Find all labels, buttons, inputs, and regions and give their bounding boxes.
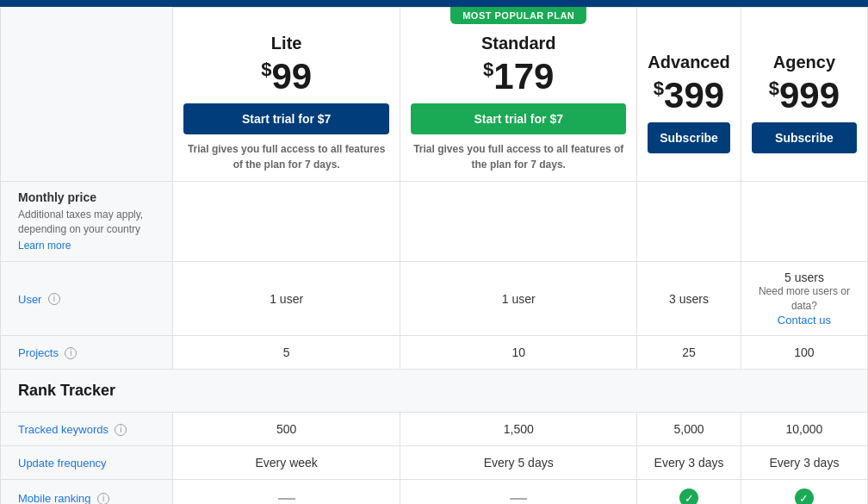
user-info-icon[interactable]: i xyxy=(48,293,60,305)
projects-info-icon[interactable]: i xyxy=(65,347,77,359)
agency-mobile-check: ✓ xyxy=(795,488,814,504)
agency-plan-name: Agency xyxy=(752,53,857,72)
advanced-plan-name: Advanced xyxy=(648,53,730,72)
standard-projects: 10 xyxy=(400,336,637,370)
top-bar xyxy=(0,0,868,7)
standard-plan-price: $179 xyxy=(411,57,626,96)
lite-projects: 5 xyxy=(173,336,400,370)
advanced-users: 3 users xyxy=(637,261,741,336)
standard-mobile-dash xyxy=(510,498,527,500)
agency-mobile-ranking: ✓ xyxy=(741,480,867,504)
advanced-update-frequency: Every 3 days xyxy=(637,446,741,480)
standard-cta-button[interactable]: Start trial for $7 xyxy=(411,103,626,134)
contact-us-link[interactable]: Contact us xyxy=(778,314,831,327)
agency-tracked-keywords: 10,000 xyxy=(741,413,867,446)
projects-label: Projects xyxy=(18,346,59,359)
advanced-tracked-keywords: 5,000 xyxy=(637,413,741,446)
advanced-plan-header: Advanced $399 Subscribe xyxy=(637,8,741,182)
lite-update-frequency: Every week xyxy=(173,446,400,480)
user-label-cell: User i xyxy=(1,261,173,336)
learn-more-link[interactable]: Learn more xyxy=(18,240,71,252)
sidebar-header xyxy=(1,8,173,182)
standard-plan-name: Standard xyxy=(411,34,626,53)
lite-trial-text: Trial gives you full access to all featu… xyxy=(183,141,389,172)
lite-mobile-ranking xyxy=(173,480,400,504)
projects-row: Projects i 5 10 25 100 xyxy=(1,336,868,370)
advanced-plan-price: $399 xyxy=(648,76,730,115)
tracked-keywords-label: Tracked keywords xyxy=(18,423,108,436)
update-frequency-label-cell: Update frequency xyxy=(1,446,173,480)
monthly-price-label: Monthly price xyxy=(18,190,162,204)
user-label: User xyxy=(18,293,41,306)
standard-users: 1 user xyxy=(400,261,637,336)
update-frequency-row: Update frequency Every week Every 5 days… xyxy=(1,446,868,480)
lite-plan-price: $99 xyxy=(183,57,389,96)
user-row: User i 1 user 1 user 3 users 5 users Nee… xyxy=(1,261,868,336)
advanced-cta-button[interactable]: Subscribe xyxy=(648,122,730,153)
pricing-table: Lite $99 Start trial for $7 Trial gives … xyxy=(0,7,868,504)
lite-users: 1 user xyxy=(173,261,400,336)
mobile-ranking-label-cell: Mobile ranking i xyxy=(1,480,173,504)
advanced-mobile-check: ✓ xyxy=(679,488,698,504)
projects-label-cell: Projects i xyxy=(1,336,173,370)
need-more-text: Need more users or data? xyxy=(752,284,857,314)
standard-mobile-ranking xyxy=(400,480,637,504)
mobile-ranking-row: Mobile ranking i ✓ ✓ xyxy=(1,480,868,504)
monthly-price-row: Monthly price Additional taxes may apply… xyxy=(1,182,868,262)
tax-note: Additional taxes may apply, depending on… xyxy=(18,208,162,237)
lite-plan-name: Lite xyxy=(183,34,389,53)
lite-mobile-dash xyxy=(278,498,295,500)
rank-tracker-section: Rank Tracker xyxy=(1,370,868,413)
advanced-monthly-empty xyxy=(637,182,741,262)
pricing-table-container: Lite $99 Start trial for $7 Trial gives … xyxy=(0,7,868,504)
agency-projects: 100 xyxy=(741,336,867,370)
agency-monthly-empty xyxy=(741,182,867,262)
standard-tracked-keywords: 1,500 xyxy=(400,413,637,446)
monthly-price-sidebar: Monthly price Additional taxes may apply… xyxy=(1,182,173,262)
mobile-ranking-info-icon[interactable]: i xyxy=(97,493,109,504)
lite-plan-header: Lite $99 Start trial for $7 Trial gives … xyxy=(173,8,400,182)
agency-cta-button[interactable]: Subscribe xyxy=(752,122,857,153)
lite-cta-button[interactable]: Start trial for $7 xyxy=(183,103,389,134)
plan-header-row: Lite $99 Start trial for $7 Trial gives … xyxy=(1,8,868,182)
rank-tracker-label: Rank Tracker xyxy=(1,370,868,413)
standard-plan-header: MOST POPULAR PLAN Standard $179 Start tr… xyxy=(400,8,637,182)
update-frequency-label: Update frequency xyxy=(18,457,107,470)
advanced-mobile-ranking: ✓ xyxy=(637,480,741,504)
tracked-keywords-info-icon[interactable]: i xyxy=(115,424,127,436)
tracked-keywords-label-cell: Tracked keywords i xyxy=(1,413,173,446)
standard-trial-text: Trial gives you full access to all featu… xyxy=(411,141,626,172)
agency-plan-price: $999 xyxy=(752,76,857,115)
tracked-keywords-row: Tracked keywords i 500 1,500 5,000 10,00… xyxy=(1,413,868,446)
lite-tracked-keywords: 500 xyxy=(173,413,400,446)
standard-update-frequency: Every 5 days xyxy=(400,446,637,480)
agency-users: 5 users Need more users or data? Contact… xyxy=(741,261,867,336)
standard-monthly-empty xyxy=(400,182,637,262)
agency-update-frequency: Every 3 days xyxy=(741,446,867,480)
mobile-ranking-label: Mobile ranking xyxy=(18,492,91,504)
advanced-projects: 25 xyxy=(637,336,741,370)
most-popular-badge: MOST POPULAR PLAN xyxy=(450,7,586,24)
lite-monthly-empty xyxy=(173,182,400,262)
agency-plan-header: Agency $999 Subscribe xyxy=(741,8,867,182)
